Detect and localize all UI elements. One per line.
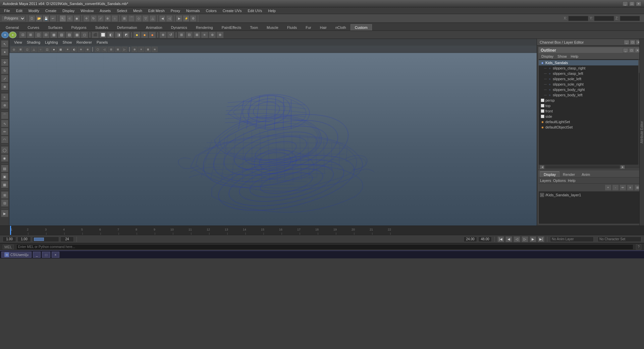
grid-btn[interactable]: ⊞ xyxy=(1,191,8,199)
menu-mesh[interactable]: Mesh xyxy=(130,8,145,13)
end-time-field[interactable]: 24.00 xyxy=(464,237,477,242)
circle-icon-btn[interactable]: ● xyxy=(1,32,9,38)
grid2-btn[interactable]: ⊟ xyxy=(1,199,8,207)
render-settings-btn[interactable]: ⚙ xyxy=(190,15,197,22)
shading-btn4[interactable]: ◨ xyxy=(115,32,122,38)
extra-btn1[interactable]: ⊕ xyxy=(159,32,167,38)
outliner-menu-display[interactable]: Display xyxy=(540,54,555,58)
end-frame-field[interactable]: 24 xyxy=(60,237,74,242)
close-button[interactable]: × xyxy=(636,1,641,6)
tab-general[interactable]: General xyxy=(1,24,23,31)
view-btn8[interactable]: ▩ xyxy=(73,32,80,38)
layer-filter-btn[interactable]: ≡ xyxy=(627,185,634,191)
vp-extra5-btn[interactable]: ≋ xyxy=(152,47,158,52)
viewport[interactable]: x y z xyxy=(9,39,537,226)
extra-btn5[interactable]: ⊠ xyxy=(193,32,201,38)
char-set-select[interactable]: No Character Set xyxy=(598,237,641,242)
outliner-item-persp[interactable]: ⬜ persp xyxy=(539,98,638,103)
view-btn9[interactable]: ◻ xyxy=(81,32,88,38)
menu-help[interactable]: Help xyxy=(265,8,278,13)
taskbar-restore[interactable]: □ xyxy=(42,252,50,258)
curve-tool[interactable]: ⌒ xyxy=(1,112,8,119)
outliner-item-front[interactable]: ⬜ front xyxy=(539,108,638,114)
outliner-menu-show[interactable]: Show xyxy=(556,54,568,58)
vp-menu-shading[interactable]: Shading xyxy=(25,40,42,45)
rotate-btn[interactable]: ↻ xyxy=(90,15,97,22)
vp-lights-btn[interactable]: ☀ xyxy=(64,47,70,52)
vp-grid-btn[interactable]: ⊞ xyxy=(17,47,23,52)
outliner-item-default-light-set[interactable]: ◉ defaultLightSet xyxy=(539,119,638,124)
play-forward-btn[interactable]: ▷ xyxy=(522,236,528,242)
outliner-item-sole-right[interactable]: ○ slippers_sole_right xyxy=(539,82,638,87)
vp-tex-btn[interactable]: ▦ xyxy=(58,47,64,52)
shading-btn3[interactable]: ◧ xyxy=(107,32,114,38)
layer2-btn[interactable]: ▣ xyxy=(1,173,8,180)
outliner-item-default-object-set[interactable]: ◉ defaultObjectSet xyxy=(539,124,638,130)
layer-delete-btn[interactable]: - xyxy=(612,185,619,191)
channel-box-restore[interactable]: □ xyxy=(630,40,635,45)
total-frames-field[interactable]: 48.00 xyxy=(478,237,492,242)
vp-wire-btn[interactable]: ◫ xyxy=(44,47,50,52)
menu-edit-mesh[interactable]: Edit Mesh xyxy=(146,8,167,13)
snap-curve-btn[interactable]: ⌒ xyxy=(128,15,135,22)
tab-surfaces[interactable]: Surfaces xyxy=(44,24,67,31)
vp-poly-btn[interactable]: △ xyxy=(31,47,37,52)
layer-new-btn[interactable]: + xyxy=(605,185,611,191)
view-btn6[interactable]: ▧ xyxy=(58,32,65,38)
save-btn[interactable]: 💾 xyxy=(43,15,49,22)
outliner-scroll-right[interactable]: ▶ xyxy=(621,165,625,169)
vp-menu-view[interactable]: View xyxy=(12,40,24,45)
layer-tab-render[interactable]: Render xyxy=(559,172,578,177)
current-frame-field[interactable]: 1.00 xyxy=(17,237,31,242)
menu-edit[interactable]: Edit xyxy=(13,8,25,13)
history-btn[interactable]: ◀ xyxy=(159,15,166,22)
layer-item-kids-sandals[interactable]: V /Kids_Sandals_layer1 xyxy=(540,192,641,198)
vp-clip-btn[interactable]: ◁ xyxy=(101,47,107,52)
layer-tab-anim[interactable]: Anim xyxy=(578,172,593,177)
vp-menu-panels[interactable]: Panels xyxy=(95,40,110,45)
paint-select-btn[interactable]: ◉ xyxy=(73,15,80,22)
vp-iso-btn[interactable]: ⬡ xyxy=(95,47,101,52)
script-help-btn[interactable]: ? xyxy=(636,244,641,250)
layer-menu-options[interactable]: Options xyxy=(553,179,566,183)
menu-display[interactable]: Display xyxy=(60,8,77,13)
vp-menu-lighting[interactable]: Lighting xyxy=(43,40,60,45)
sculpt-btn[interactable]: ◯ xyxy=(1,146,8,154)
view-btn4[interactable]: ⊟ xyxy=(42,32,50,38)
menu-window[interactable]: Window xyxy=(78,8,96,13)
tab-rendering[interactable]: Rendering xyxy=(192,24,217,31)
outliner-item-clasp-right[interactable]: ○ slippers_clasp_right xyxy=(539,65,638,71)
anim-layer-select[interactable]: No Anim Layer xyxy=(550,237,594,242)
extra-btn3[interactable]: ⊞ xyxy=(178,32,185,38)
new-scene-btn[interactable]: 🗋 xyxy=(29,15,35,22)
vp-cam-btn[interactable]: ◎ xyxy=(11,47,17,52)
outliner-minimize[interactable]: _ xyxy=(623,48,628,53)
range-slider[interactable] xyxy=(32,237,59,242)
snap-point-btn[interactable]: ◇ xyxy=(135,15,142,22)
render-btn[interactable]: ▶ xyxy=(176,15,182,22)
menu-normals[interactable]: Normals xyxy=(183,8,203,13)
extra-btn6[interactable]: ≡ xyxy=(201,32,208,38)
extra-btn8[interactable]: ⊕ xyxy=(216,32,224,38)
ep-curve[interactable]: ∿ xyxy=(1,120,8,127)
vp-shadows-btn[interactable]: ◐ xyxy=(71,47,77,52)
tab-subdivs[interactable]: Subdivs xyxy=(91,24,113,31)
tab-painteffects[interactable]: PaintEffects xyxy=(217,24,246,31)
jump-start-btn[interactable]: |◀ xyxy=(497,236,504,242)
mode-select[interactable]: Polygons xyxy=(1,15,25,21)
tab-ncloth[interactable]: nCloth xyxy=(331,24,351,31)
menu-proxy[interactable]: Proxy xyxy=(168,8,183,13)
taskbar-close[interactable]: × xyxy=(52,252,60,258)
soft-mod-btn[interactable]: ○ xyxy=(111,15,118,22)
outliner-item-top[interactable]: ⬜ top xyxy=(539,103,638,108)
vp-menu-show[interactable]: Show xyxy=(61,40,74,45)
open-btn[interactable]: 📂 xyxy=(36,15,42,22)
mel-python-toggle[interactable]: MEL xyxy=(3,245,14,249)
menu-select[interactable]: Select xyxy=(114,8,130,13)
extra-btn4[interactable]: ⊟ xyxy=(185,32,193,38)
extra-btn7[interactable]: ⊛ xyxy=(209,32,216,38)
tab-fur[interactable]: Fur xyxy=(301,24,316,31)
soft-mod[interactable]: ≈ xyxy=(1,93,8,101)
undo-btn[interactable]: ↩ xyxy=(50,15,56,22)
outliner-content[interactable]: ◆ Kids_Sandals ○ slippers_clasp_right ○ xyxy=(539,59,638,165)
